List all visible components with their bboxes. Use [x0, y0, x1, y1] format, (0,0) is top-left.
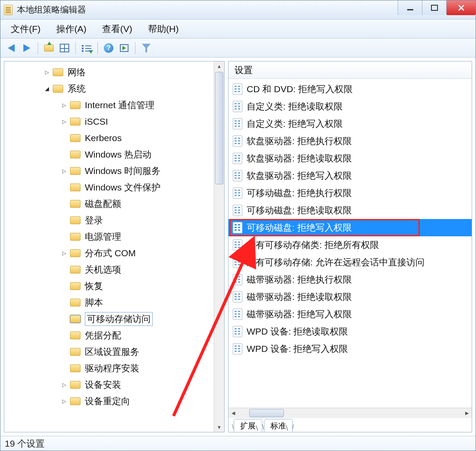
setting-item[interactable]: 自定义类: 拒绝写入权限 [228, 115, 472, 132]
setting-item[interactable]: 磁带驱动器: 拒绝写入权限 [228, 306, 472, 323]
tree-item-label: Windows 时间服务 [85, 165, 161, 177]
scroll-left-icon[interactable]: ◀ [228, 408, 238, 418]
menu-file[interactable]: 文件(F) [11, 23, 41, 35]
show-tree-button[interactable] [58, 42, 71, 55]
setting-item[interactable]: 自定义类: 拒绝读取权限 [228, 98, 472, 115]
tree-item[interactable]: ▷iSCSI [4, 113, 224, 130]
tree-item[interactable]: ▷Internet 通信管理 [4, 97, 224, 113]
setting-item[interactable]: 所有可移动存储类: 拒绝所有权限 [228, 236, 472, 254]
scroll-thumb[interactable] [215, 72, 223, 184]
tree-item-label: Kerberos [85, 133, 122, 143]
folder-icon [70, 332, 80, 339]
folder-icon [70, 348, 80, 356]
tree-item[interactable]: 磁盘配额 [4, 196, 224, 212]
tree-item[interactable]: Windows 热启动 [4, 146, 224, 163]
setting-item[interactable]: WPD 设备: 拒绝写入权限 [228, 340, 472, 358]
setting-label: 可移动磁盘: 拒绝读取权限 [247, 204, 352, 216]
policy-icon [233, 291, 242, 303]
folder-icon [70, 184, 80, 191]
toolbar-separator [75, 42, 76, 54]
run-button[interactable] [118, 42, 131, 55]
titlebar: 本地组策略编辑器 [0, 0, 476, 19]
policy-icon [233, 118, 242, 129]
tree-item[interactable]: 登录 [4, 212, 224, 229]
expander-closed-icon[interactable]: ▷ [61, 250, 68, 257]
status-text: 19 个设置 [5, 438, 45, 450]
tree-item-label: 脚本 [85, 296, 103, 309]
expander-closed-icon[interactable]: ▷ [61, 398, 68, 405]
tree-item[interactable]: 脚本 [4, 294, 224, 311]
scroll-down-icon[interactable]: ▼ [214, 422, 224, 432]
menu-action[interactable]: 操作(A) [56, 23, 87, 35]
tab-standard[interactable]: 标准 [264, 419, 293, 432]
tabstrip: \ 扩展 \ 标准 / [228, 418, 472, 432]
setting-item[interactable]: WPD 设备: 拒绝读取权限 [228, 323, 472, 340]
tree-item[interactable]: 电源管理 [4, 229, 224, 245]
folder-icon [53, 85, 63, 93]
tree-item[interactable]: ▷设备安装 [4, 377, 224, 393]
setting-item[interactable]: 磁带驱动器: 拒绝读取权限 [228, 288, 472, 306]
maximize-button[interactable] [422, 0, 446, 15]
setting-label: 所有可移动存储类: 拒绝所有权限 [247, 239, 379, 251]
folder-icon [70, 151, 80, 158]
folder-icon [70, 266, 80, 274]
expander-closed-icon[interactable]: ▷ [61, 102, 68, 109]
scroll-thumb[interactable] [249, 409, 284, 417]
setting-item[interactable]: 磁带驱动器: 拒绝执行权限 [228, 271, 472, 288]
setting-item[interactable]: 软盘驱动器: 拒绝执行权限 [228, 132, 472, 150]
tree-item[interactable]: Kerberos [4, 130, 224, 146]
tree-item-label: 关机选项 [85, 264, 121, 276]
minimize-button[interactable] [398, 0, 422, 15]
tree-item[interactable]: 恢复 [4, 278, 224, 294]
tree-item[interactable]: 可移动存储访问 [4, 311, 224, 327]
menu-view[interactable]: 查看(V) [102, 23, 132, 35]
expander-closed-icon[interactable]: ▷ [61, 381, 68, 388]
settings-list[interactable]: CD 和 DVD: 拒绝写入权限自定义类: 拒绝读取权限自定义类: 拒绝写入权限… [228, 79, 472, 408]
expander-closed-icon[interactable]: ▷ [61, 168, 68, 174]
close-icon [457, 4, 465, 12]
expander-closed-icon[interactable]: ▷ [43, 69, 50, 76]
folder-icon [70, 282, 80, 290]
tree-item[interactable]: ▷分布式 COM [4, 245, 224, 261]
nav-forward-button[interactable] [20, 42, 33, 55]
scroll-right-icon[interactable]: ▶ [462, 408, 472, 418]
tree-item[interactable]: 凭据分配 [4, 327, 224, 344]
scroll-up-icon[interactable]: ▲ [214, 61, 224, 71]
settings-hscrollbar[interactable]: ◀ ▶ [228, 408, 472, 418]
tree-item[interactable]: 驱动程序安装 [4, 360, 224, 377]
tree-item[interactable]: ▷网络 [4, 64, 224, 81]
up-folder-button[interactable] [42, 42, 55, 55]
setting-item[interactable]: 所有可移动存储: 允许在远程会话中直接访问 [228, 254, 472, 271]
menu-help[interactable]: 帮助(H) [148, 23, 179, 35]
tree-item[interactable]: 区域设置服务 [4, 344, 224, 360]
setting-item[interactable]: 可移动磁盘: 拒绝读取权限 [228, 202, 472, 219]
tree[interactable]: ▷网络◢系统▷Internet 通信管理▷iSCSIKerberosWindow… [4, 61, 224, 432]
folder-icon [70, 118, 80, 126]
expander-open-icon[interactable]: ◢ [43, 85, 50, 92]
nav-back-button[interactable] [5, 42, 18, 55]
tree-item[interactable]: 关机选项 [4, 261, 224, 278]
filter-button[interactable] [140, 42, 153, 55]
tree-item[interactable]: Windows 文件保护 [4, 179, 224, 196]
setting-item[interactable]: 可移动磁盘: 拒绝执行权限 [228, 184, 472, 202]
tab-extended[interactable]: 扩展 [234, 419, 262, 432]
setting-item[interactable]: 软盘驱动器: 拒绝写入权限 [228, 167, 472, 184]
help-button[interactable]: ? [102, 42, 115, 55]
tree-item[interactable]: ▷设备重定向 [4, 393, 224, 409]
expander-closed-icon[interactable]: ▷ [61, 118, 68, 125]
setting-item[interactable]: 可移动磁盘: 拒绝写入权限 [228, 219, 472, 236]
setting-label: 自定义类: 拒绝读取权限 [247, 100, 343, 113]
setting-item[interactable]: 软盘驱动器: 拒绝读取权限 [228, 150, 472, 167]
tree-item[interactable]: ▷Windows 时间服务 [4, 163, 224, 179]
arrow-right-icon [23, 44, 30, 52]
tree-item-label: 可移动存储访问 [85, 312, 153, 326]
export-list-button[interactable] [80, 42, 93, 55]
folder-icon [70, 364, 80, 372]
tree-scrollbar[interactable]: ▲ ▼ [214, 61, 224, 432]
setting-item[interactable]: CD 和 DVD: 拒绝写入权限 [228, 81, 472, 98]
tree-item[interactable]: ◢系统 [4, 81, 224, 97]
settings-header[interactable]: 设置 [228, 61, 472, 79]
toolbar-separator [38, 42, 38, 54]
close-button[interactable] [446, 0, 476, 15]
setting-label: CD 和 DVD: 拒绝写入权限 [247, 83, 353, 95]
